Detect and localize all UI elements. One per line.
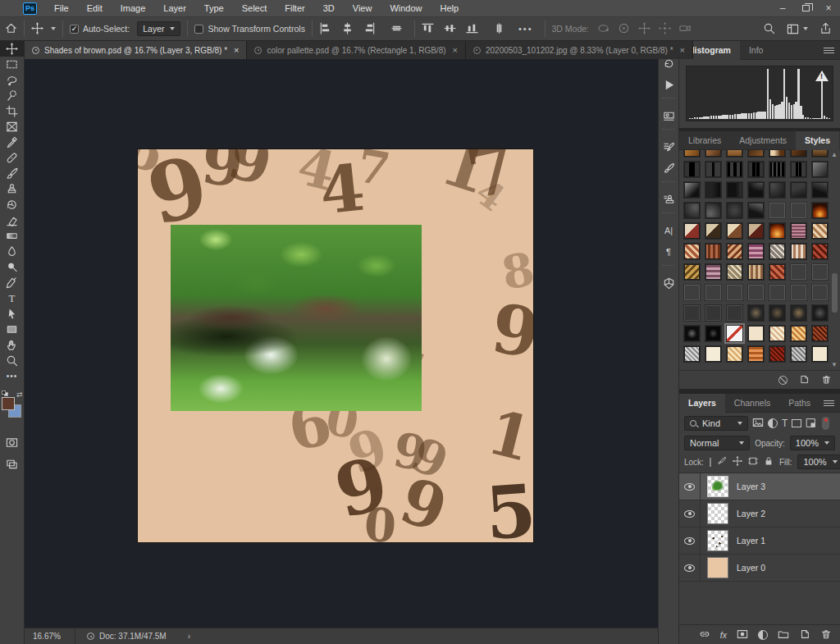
style-swatch-11[interactable] bbox=[747, 161, 765, 178]
brushes-panel-icon[interactable] bbox=[659, 158, 678, 179]
history-brush-tool[interactable] bbox=[0, 197, 25, 212]
visibility-eye-icon[interactable] bbox=[684, 564, 695, 572]
style-swatch-31[interactable] bbox=[726, 222, 743, 240]
style-swatch-58[interactable] bbox=[705, 304, 722, 322]
close-tab-icon[interactable]: × bbox=[453, 45, 458, 55]
layer-thumbnail[interactable] bbox=[707, 476, 728, 497]
menu-item-view[interactable]: View bbox=[344, 0, 381, 17]
style-swatch-29[interactable] bbox=[683, 222, 701, 240]
style-swatch-22[interactable] bbox=[683, 202, 701, 219]
style-swatch-54[interactable] bbox=[769, 284, 786, 301]
search-icon[interactable] bbox=[763, 22, 775, 36]
style-swatch-10[interactable] bbox=[726, 161, 743, 178]
style-swatch-50[interactable] bbox=[683, 284, 701, 301]
panel-menu-icon[interactable] bbox=[824, 48, 834, 53]
style-swatch-21[interactable] bbox=[811, 181, 829, 199]
new-group-button[interactable] bbox=[778, 628, 789, 642]
minimize-button[interactable]: – bbox=[771, 0, 794, 17]
tab-layers[interactable]: Layers bbox=[679, 394, 725, 413]
style-swatch-34[interactable] bbox=[790, 222, 807, 240]
style-swatch-40[interactable] bbox=[769, 243, 786, 260]
hand-tool[interactable] bbox=[0, 337, 25, 353]
quick-mask-button[interactable] bbox=[0, 435, 25, 450]
style-swatch-52[interactable] bbox=[726, 284, 743, 301]
visibility-eye-icon[interactable] bbox=[684, 510, 695, 518]
distribute-horizontal-button[interactable] bbox=[390, 22, 403, 36]
style-swatch-56[interactable] bbox=[811, 284, 829, 301]
align-bottom-edges-button[interactable] bbox=[466, 22, 478, 36]
clear-style-button[interactable] bbox=[778, 376, 788, 385]
style-swatch-1[interactable] bbox=[683, 150, 701, 158]
more-options-button[interactable]: ••• bbox=[518, 24, 533, 34]
style-swatch-48[interactable] bbox=[790, 263, 807, 281]
style-swatch-7[interactable] bbox=[811, 150, 829, 158]
path-selection-tool[interactable] bbox=[0, 306, 25, 322]
color-wells[interactable]: ⇄ bbox=[2, 391, 23, 423]
filter-toggle-switch[interactable] bbox=[822, 417, 829, 430]
document-tab-3[interactable]: 20200503_101202.jpg @ 8.33% (Layer 0, RG… bbox=[466, 41, 693, 59]
tab-info[interactable]: Info bbox=[740, 41, 773, 60]
style-swatch-27[interactable] bbox=[790, 202, 807, 219]
restore-button[interactable] bbox=[794, 0, 817, 17]
lock-all-icon[interactable] bbox=[764, 456, 774, 468]
style-swatch-3[interactable] bbox=[726, 150, 743, 158]
style-swatch-5[interactable] bbox=[769, 150, 786, 158]
blend-mode-dropdown[interactable]: Normal bbox=[684, 436, 750, 450]
style-swatch-67[interactable] bbox=[747, 325, 765, 342]
auto-select-target-dropdown[interactable]: Layer bbox=[137, 21, 180, 36]
new-adjustment-layer-button[interactable] bbox=[758, 630, 768, 640]
layer-thumbnail[interactable] bbox=[707, 503, 728, 524]
style-swatch-46[interactable] bbox=[747, 263, 765, 281]
style-swatch-61[interactable] bbox=[769, 304, 786, 322]
style-swatch-72[interactable] bbox=[705, 345, 722, 363]
style-swatch-16[interactable] bbox=[705, 181, 722, 199]
pen-tool[interactable] bbox=[0, 275, 25, 290]
style-swatch-4[interactable] bbox=[747, 150, 765, 158]
style-swatch-49[interactable] bbox=[811, 263, 829, 281]
foreground-color-swatch[interactable] bbox=[2, 397, 15, 410]
style-swatch-14[interactable] bbox=[811, 161, 829, 178]
menu-item-window[interactable]: Window bbox=[381, 0, 431, 17]
brush-tool[interactable] bbox=[0, 166, 25, 181]
style-swatch-13[interactable] bbox=[790, 161, 807, 178]
layer-style-button[interactable]: fx bbox=[720, 630, 727, 640]
style-swatch-76[interactable] bbox=[790, 345, 807, 363]
zoom-tool[interactable] bbox=[0, 353, 25, 368]
edit-toolbar-button[interactable]: ••• bbox=[0, 368, 25, 384]
style-swatch-71[interactable] bbox=[683, 345, 701, 363]
style-swatch-57[interactable] bbox=[683, 304, 701, 322]
style-swatch-74[interactable] bbox=[747, 345, 765, 363]
rectangular-marquee-tool[interactable] bbox=[0, 57, 25, 72]
scroll-up-icon[interactable]: ▲ bbox=[831, 150, 838, 160]
style-swatch-63[interactable] bbox=[811, 304, 829, 322]
delete-style-button[interactable] bbox=[821, 374, 832, 386]
style-swatch-38[interactable] bbox=[726, 243, 743, 260]
frame-tool[interactable] bbox=[0, 119, 25, 135]
style-swatch-37[interactable] bbox=[705, 243, 722, 260]
layer-row-layer-2[interactable]: Layer 2 bbox=[679, 500, 840, 528]
layer-thumbnail[interactable] bbox=[707, 557, 728, 578]
gradient-tool[interactable] bbox=[0, 228, 25, 244]
style-swatch-35[interactable] bbox=[811, 222, 829, 240]
layer-row-layer-3[interactable]: Layer 3 bbox=[679, 473, 840, 500]
style-swatch-39[interactable] bbox=[747, 243, 765, 260]
style-swatch-51[interactable] bbox=[705, 284, 722, 301]
style-swatch-none[interactable] bbox=[726, 325, 743, 342]
style-swatch-70[interactable] bbox=[811, 325, 829, 342]
filter-pixel-layers-icon[interactable] bbox=[752, 417, 764, 430]
move-tool-preset-icon[interactable] bbox=[31, 22, 43, 36]
style-swatch-55[interactable] bbox=[790, 284, 807, 301]
style-swatch-75[interactable] bbox=[769, 345, 786, 363]
scroll-down-icon[interactable]: ▼ bbox=[831, 360, 838, 370]
style-swatch-24[interactable] bbox=[726, 202, 743, 219]
style-swatch-45[interactable] bbox=[726, 263, 743, 281]
style-swatch-15[interactable] bbox=[683, 181, 701, 199]
lock-artboard-icon[interactable] bbox=[748, 456, 758, 468]
style-swatch-25[interactable] bbox=[747, 202, 765, 219]
auto-select-checkbox[interactable]: ✓ Auto-Select: bbox=[70, 24, 130, 34]
new-style-button[interactable] bbox=[799, 374, 810, 386]
style-swatch-42[interactable] bbox=[811, 243, 829, 260]
distribute-vertical-button[interactable] bbox=[493, 22, 505, 36]
opacity-dropdown[interactable]: 100% bbox=[790, 436, 835, 450]
styles-scrollbar[interactable]: ▲ ▼ bbox=[830, 150, 838, 370]
